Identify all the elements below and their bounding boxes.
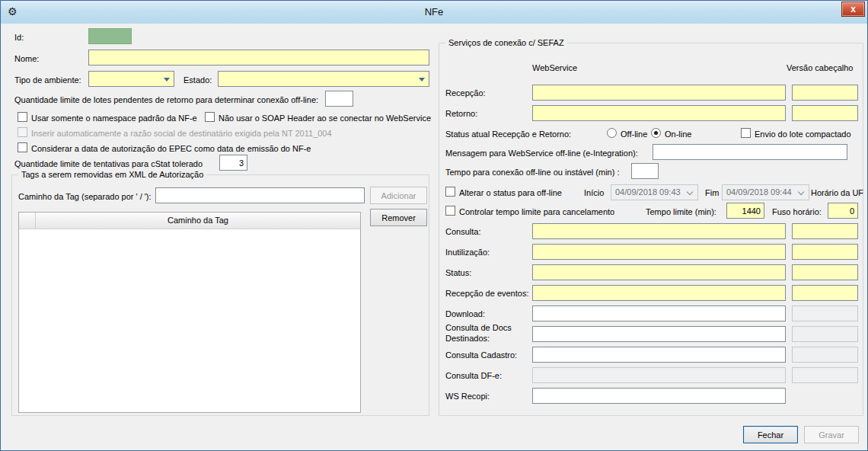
estado-select[interactable]	[218, 71, 429, 87]
alterar-status-label: Alterar o status para off-line	[459, 187, 562, 198]
status-label: Status:	[445, 267, 471, 278]
usar-namespace-checkbox[interactable]	[18, 112, 27, 122]
mensagem-offline-label: Mensagem para WebService off-line (e-Int…	[445, 148, 638, 158]
recepcao-versao-input[interactable]	[792, 85, 858, 101]
webservice-header: WebService	[532, 62, 577, 73]
recepcao-label: Recepção:	[445, 88, 486, 98]
close-icon: x	[850, 4, 856, 14]
download-webservice-input[interactable]	[532, 305, 786, 321]
tempo-limite-input[interactable]	[726, 203, 764, 219]
consulta-dfe-webservice-input	[532, 367, 786, 383]
gravar-button: Gravar	[804, 426, 859, 443]
lotes-pendentes-input[interactable]	[325, 91, 353, 107]
chevron-down-icon	[164, 78, 170, 82]
nao-usar-soap-label: Não usar o SOAP Header ao se conectar no…	[219, 113, 431, 123]
controlar-tempo-label: Controlar tempo limite para cancelamento	[459, 206, 614, 217]
window-title: NFe	[1, 6, 867, 18]
remover-button[interactable]: Remover	[370, 209, 427, 226]
status-atual-label: Status atual Recepção e Retorno:	[445, 129, 571, 139]
grid-corner-cell	[19, 213, 36, 229]
download-versao-input	[792, 305, 858, 321]
download-label: Download:	[445, 309, 485, 319]
fim-datetime-picker: 04/09/2018 09:44	[722, 184, 809, 200]
retorno-webservice-input[interactable]	[532, 105, 786, 121]
inutilizacao-webservice-input[interactable]	[532, 244, 786, 260]
envio-lote-compactado-checkbox[interactable]	[741, 128, 751, 138]
consulta-cadastro-webservice-input[interactable]	[532, 347, 786, 363]
retorno-versao-input[interactable]	[792, 105, 858, 121]
consulta-versao-input[interactable]	[792, 223, 858, 239]
inicio-datetime-picker: 04/09/2018 09:43	[611, 184, 698, 200]
retorno-label: Retorno:	[445, 108, 477, 119]
consulta-docs-versao-input	[792, 326, 858, 342]
tags-grid-body[interactable]	[19, 229, 360, 413]
caminho-tag-input[interactable]	[155, 187, 365, 203]
tags-grid[interactable]: Caminho da Tag	[18, 212, 361, 413]
controlar-tempo-checkbox[interactable]	[445, 206, 455, 216]
id-label: Id:	[14, 32, 24, 43]
sefaz-group-title: Serviços de conexão c/ SEFAZ	[445, 37, 567, 48]
tags-grid-header: Caminho da Tag	[19, 213, 360, 229]
fuso-horario-input[interactable]	[828, 203, 858, 219]
tipo-ambiente-select[interactable]	[88, 71, 174, 87]
id-field	[88, 28, 132, 44]
ws-recopi-label: WS Recopi:	[445, 391, 490, 401]
estado-label: Estado:	[183, 75, 212, 85]
offline-radio[interactable]	[607, 128, 617, 138]
consulta-label: Consulta:	[445, 226, 480, 237]
consulta-webservice-input[interactable]	[532, 223, 786, 239]
usar-namespace-label: Usar somente o namespace padrão da NF-e	[31, 113, 197, 123]
status-webservice-input[interactable]	[532, 264, 786, 280]
consulta-docs-webservice-input[interactable]	[532, 326, 786, 342]
considerar-epec-label: Considerar a data de autorização do EPEC…	[31, 143, 311, 154]
fim-datetime-value: 04/09/2018 09:44	[723, 185, 809, 197]
sefaz-group: Serviços de conexão c/ SEFAZ WebService …	[439, 43, 863, 416]
inicio-datetime-value: 04/09/2018 09:43	[611, 185, 697, 197]
offline-radio-label: Off-line	[621, 129, 647, 139]
horario-uf-label: Horário da UF	[811, 187, 863, 198]
tempo-conexao-input[interactable]	[631, 163, 659, 179]
online-radio[interactable]	[651, 128, 661, 138]
recepcao-eventos-versao-input[interactable]	[792, 285, 858, 301]
titlebar[interactable]: ⚙ NFe x	[1, 1, 867, 24]
recepcao-eventos-label: Recepção de eventos:	[445, 288, 528, 299]
tempo-conexao-label: Tempo para conexão off-line ou instável …	[445, 167, 619, 178]
nao-usar-soap-checkbox[interactable]	[205, 112, 215, 122]
alterar-status-checkbox[interactable]	[445, 187, 455, 197]
adicionar-button: Adicionar	[370, 187, 427, 204]
inserir-razao-social-checkbox	[18, 127, 27, 137]
fim-label: Fim	[705, 187, 719, 198]
inutilizacao-versao-input[interactable]	[792, 244, 858, 260]
consulta-docs-label: Consulta de Docs Destinados:	[445, 322, 531, 344]
mensagem-offline-input[interactable]	[653, 144, 847, 160]
consulta-dfe-versao-input	[792, 367, 858, 383]
consulta-cadastro-versao-input	[792, 347, 858, 363]
cstat-input[interactable]	[219, 155, 247, 171]
consulta-cadastro-label: Consulta Cadastro:	[445, 350, 517, 360]
ws-recopi-input[interactable]	[532, 388, 786, 404]
online-radio-label: On-line	[665, 129, 691, 139]
status-versao-input[interactable]	[792, 264, 858, 280]
chevron-down-icon	[419, 78, 425, 82]
inserir-razao-social-label: Inserir automaticamente a razão social d…	[31, 128, 332, 139]
lotes-pendentes-label: Quantidade limite de lotes pendentes de …	[14, 94, 318, 105]
envio-lote-compactado-label: Envio do lote compactado	[755, 129, 851, 139]
recepcao-webservice-input[interactable]	[532, 85, 786, 101]
nome-label: Nome:	[14, 53, 39, 64]
consulta-dfe-label: Consulta DF-e:	[445, 370, 502, 381]
tempo-limite-label: Tempo limite (min):	[646, 206, 716, 217]
tags-group-title: Tags a serem removidas em XML de Autoriz…	[18, 169, 206, 180]
inicio-label: Início	[584, 187, 604, 198]
grid-column-header: Caminho da Tag	[36, 213, 360, 229]
fechar-button[interactable]: Fechar	[743, 426, 798, 443]
fuso-horario-label: Fuso horário:	[772, 206, 822, 217]
cstat-label: Quantidade limite de tentativas para cSt…	[14, 158, 203, 169]
tags-group: Tags a serem removidas em XML de Autoriz…	[11, 174, 429, 416]
nfe-window: ⚙ NFe x Id: Nome: Tipo de ambiente: Esta…	[0, 0, 868, 451]
considerar-epec-checkbox[interactable]	[18, 142, 27, 152]
close-button[interactable]: x	[841, 2, 865, 17]
inutilizacao-label: Inutilização:	[445, 247, 490, 257]
recepcao-eventos-webservice-input[interactable]	[532, 285, 786, 301]
nome-input[interactable]	[88, 50, 429, 66]
versao-cabecalho-header: Versão cabeçalho	[787, 62, 853, 73]
